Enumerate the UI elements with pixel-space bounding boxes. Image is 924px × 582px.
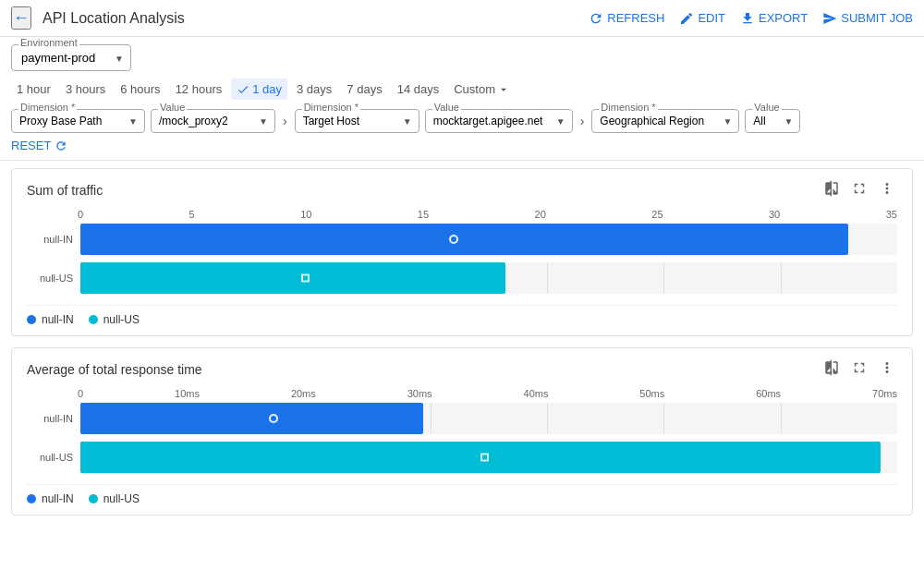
- response-bar-us: [80, 442, 881, 473]
- response-legend-us: null-US: [89, 492, 140, 505]
- time-12hours[interactable]: 12 hours: [170, 79, 228, 100]
- traffic-label-in: null-IN: [27, 234, 73, 245]
- charts-area: Sum of traffic 0 5 10 15: [0, 161, 924, 582]
- submit-icon: [822, 11, 837, 26]
- response-legend: null-IN null-US: [27, 484, 897, 505]
- response-expand-btn[interactable]: [849, 358, 869, 381]
- refresh-icon: [589, 11, 603, 26]
- time-14days[interactable]: 14 days: [392, 79, 445, 100]
- filters-row: Dimension * Proxy Base Path ▼ Value /moc…: [11, 109, 913, 133]
- response-chart-title: Average of total response time: [27, 362, 202, 377]
- arrow-1: ›: [283, 114, 287, 128]
- environment-select-wrap: Environment payment-prod ▼: [11, 44, 131, 71]
- response-bar-chart: 0 10ms 20ms 30ms 40ms 50ms 60ms 70ms nul…: [27, 388, 897, 505]
- time-7days[interactable]: 7 days: [341, 79, 387, 100]
- response-marker-in: [269, 414, 278, 423]
- response-legend-dot-in: [27, 494, 36, 503]
- traffic-chart-header: Sum of traffic: [27, 178, 897, 201]
- response-marker-us: [480, 454, 489, 462]
- response-row-in: null-IN: [27, 403, 897, 434]
- traffic-legend-in: null-IN: [27, 313, 74, 326]
- legend-label-us: null-US: [103, 313, 140, 326]
- traffic-row-in: null-IN: [27, 224, 897, 255]
- expand-icon: [851, 180, 868, 197]
- header: ← API Location Analysis REFRESH EDIT EXP…: [0, 0, 924, 37]
- time-6hours[interactable]: 6 hours: [115, 79, 165, 100]
- export-icon: [740, 11, 755, 26]
- response-legend-in: null-IN: [27, 492, 74, 505]
- more-icon-2: [879, 359, 895, 376]
- refresh-button[interactable]: REFRESH: [589, 11, 664, 26]
- traffic-more-btn[interactable]: [877, 178, 897, 201]
- dim3-label: Dimension *: [599, 102, 657, 113]
- traffic-chart-actions: [821, 178, 897, 201]
- toolbar: Environment payment-prod ▼ 1 hour 3 hour…: [0, 37, 924, 161]
- val1-label: Value: [158, 102, 187, 113]
- response-bar-in: [80, 403, 423, 434]
- edit-icon: [679, 11, 694, 26]
- export-button[interactable]: EXPORT: [740, 11, 808, 26]
- response-chart: Average of total response time 0 10ms: [11, 347, 913, 515]
- filter-group-2: Dimension * Target Host ▼ Value mocktarg…: [295, 109, 573, 133]
- environment-select[interactable]: payment-prod: [11, 44, 131, 71]
- legend-label-in: null-IN: [42, 313, 74, 326]
- response-chart-actions: [821, 358, 897, 381]
- traffic-expand-btn[interactable]: [849, 178, 869, 201]
- time-custom[interactable]: Custom: [448, 79, 516, 100]
- val1-wrap: Value /mock_proxy2 ▼: [151, 109, 275, 133]
- traffic-chart: Sum of traffic 0 5 10 15: [11, 168, 913, 336]
- response-chart-header: Average of total response time: [27, 358, 897, 381]
- response-compare-btn[interactable]: [821, 358, 842, 381]
- time-1day[interactable]: 1 day: [231, 79, 287, 100]
- compare-icon-2: [823, 359, 840, 376]
- edit-button[interactable]: EDIT: [679, 11, 725, 26]
- environment-section: Environment payment-prod ▼: [11, 44, 913, 71]
- reset-button[interactable]: RESET: [11, 139, 67, 152]
- header-actions: REFRESH EDIT EXPORT SUBMIT JOB: [589, 11, 913, 26]
- time-range-bar: 1 hour 3 hours 6 hours 12 hours 1 day 3 …: [11, 79, 913, 100]
- traffic-chart-title: Sum of traffic: [27, 183, 103, 198]
- traffic-bar-us: [80, 262, 505, 294]
- legend-dot-in: [27, 315, 36, 324]
- time-3days[interactable]: 3 days: [291, 79, 337, 100]
- arrow-2: ›: [580, 114, 585, 128]
- val3-wrap: Value All ▼: [745, 109, 800, 133]
- traffic-row-us: null-US: [27, 262, 897, 294]
- response-row-us: null-US: [27, 442, 897, 473]
- more-icon: [879, 180, 895, 197]
- page-title: API Location Analysis: [43, 10, 589, 27]
- environment-label: Environment: [18, 37, 79, 48]
- response-label-in: null-IN: [27, 413, 73, 424]
- dim3-wrap: Dimension * Geographical Region ▼: [591, 109, 739, 133]
- traffic-legend-us: null-US: [89, 313, 140, 326]
- filter-group-1: Dimension * Proxy Base Path ▼ Value /moc…: [11, 109, 275, 133]
- val2-wrap: Value mocktarget.apigee.net ▼: [425, 109, 573, 133]
- response-legend-label-us: null-US: [103, 492, 140, 505]
- reset-icon: [55, 139, 67, 152]
- traffic-bar-chart: 0 5 10 15 20 25 30 35 null-IN: [27, 209, 897, 326]
- traffic-marker-in: [449, 235, 458, 244]
- traffic-legend: null-IN null-US: [27, 305, 897, 326]
- dim2-wrap: Dimension * Target Host ▼: [295, 109, 419, 133]
- response-label-us: null-US: [27, 452, 73, 463]
- traffic-marker-us: [301, 274, 310, 283]
- response-more-btn[interactable]: [877, 358, 897, 381]
- time-3hours[interactable]: 3 hours: [60, 79, 111, 100]
- check-icon: [237, 83, 249, 96]
- dim2-label: Dimension *: [302, 102, 360, 113]
- back-button[interactable]: ←: [11, 6, 31, 30]
- response-legend-dot-us: [89, 494, 98, 503]
- time-1hour[interactable]: 1 hour: [11, 79, 56, 100]
- filter-group-3: Dimension * Geographical Region ▼ Value …: [591, 109, 800, 133]
- expand-icon-2: [851, 359, 868, 376]
- val2-label: Value: [432, 102, 461, 113]
- response-legend-label-in: null-IN: [42, 492, 74, 505]
- dim1-wrap: Dimension * Proxy Base Path ▼: [11, 109, 145, 133]
- compare-icon: [823, 180, 840, 197]
- legend-dot-us: [89, 315, 98, 324]
- traffic-compare-btn[interactable]: [821, 178, 842, 201]
- val3-label: Value: [752, 102, 781, 113]
- submit-job-button[interactable]: SUBMIT JOB: [822, 11, 913, 26]
- traffic-bar-in: [80, 224, 848, 255]
- reset-label: RESET: [11, 139, 51, 152]
